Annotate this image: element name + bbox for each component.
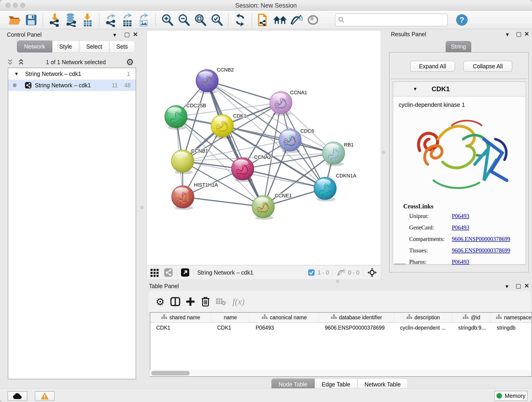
crosslink-link[interactable]: P06493 — [452, 224, 469, 231]
memory-button[interactable]: Memory — [494, 391, 527, 401]
eye-icon[interactable] — [305, 13, 321, 27]
save-session-button[interactable] — [23, 13, 39, 27]
crosslinks-title: CrossLinks — [403, 203, 433, 210]
column-header-namespace[interactable]: namespace — [491, 313, 532, 322]
column-header-@id[interactable]: @id — [452, 313, 491, 322]
network-node-HIST1H1A[interactable]: HIST1H1A — [172, 182, 218, 210]
network-node-CCNE1[interactable]: CCNE1 — [252, 193, 292, 220]
column-header-label: namespace — [504, 314, 531, 321]
refresh-icon[interactable] — [232, 13, 248, 27]
expand-all-button[interactable]: Expand All — [410, 61, 455, 72]
section-scrollbar-thumb[interactable] — [394, 263, 406, 265]
share-document-icon[interactable] — [255, 13, 272, 27]
right-splitter-handle[interactable] — [382, 151, 385, 154]
network-node-CCNB2[interactable]: CCNB2 — [196, 67, 234, 94]
disclosure-triangle-icon[interactable]: ▼ — [14, 71, 19, 77]
delete-column-icon[interactable] — [198, 294, 213, 309]
zoom-out-icon[interactable] — [176, 13, 192, 27]
network-view-canvas[interactable]: CCNB2CCNA1CDC25BCDK1CDC6RB1CCNB1CCNA2CDK… — [147, 31, 381, 265]
table-horizontal-scrollbar[interactable] — [150, 370, 531, 376]
crosslink-link[interactable]: 9606.ENSP00000378699 — [452, 247, 510, 254]
tab-select[interactable]: Select — [79, 41, 109, 52]
warning-icon — [40, 392, 49, 400]
results-panel-close-icon[interactable]: ✕ — [524, 31, 529, 37]
tab-string[interactable]: String — [446, 41, 471, 52]
network-edge[interactable] — [222, 126, 334, 153]
table-panel-float-icon[interactable]: ▢ — [515, 283, 521, 289]
string-results-container: Expand All Collapse All ▼ CDK1 cyclin-de… — [389, 52, 529, 273]
detach-view-icon[interactable] — [181, 268, 190, 277]
export-image-icon[interactable] — [136, 13, 152, 27]
network-edge[interactable] — [183, 197, 263, 207]
network-edge[interactable] — [207, 81, 263, 207]
add-column-icon[interactable] — [183, 294, 198, 309]
table-panel-close-icon[interactable]: ✕ — [524, 283, 529, 289]
string-view-icon[interactable] — [164, 268, 173, 277]
control-panel-collapse-icon[interactable]: ▾ — [113, 32, 116, 38]
table-options-gear-icon[interactable]: ⚙ — [152, 294, 168, 309]
table-scrollbar-thumb[interactable] — [151, 371, 190, 375]
column-header-label: @id — [471, 314, 480, 321]
control-panel-float-icon[interactable]: ▢ — [124, 32, 130, 37]
section-disclosure-triangle-icon[interactable]: ▼ — [413, 86, 418, 92]
import-table-icon[interactable] — [79, 13, 96, 27]
control-panel-close-icon[interactable]: ✕ — [133, 32, 138, 37]
results-panel-float-icon[interactable]: ▢ — [516, 31, 522, 37]
export-network-icon[interactable] — [103, 13, 119, 27]
tab-sets[interactable]: Sets — [109, 41, 135, 52]
column-header-label: canonical name — [270, 314, 307, 321]
edge-count: 48 — [124, 82, 131, 89]
zoom-selected-icon[interactable] — [209, 13, 225, 27]
warnings-button[interactable] — [35, 391, 55, 401]
tab-network[interactable]: Network — [17, 41, 52, 52]
zoom-fit-icon[interactable] — [192, 13, 209, 27]
crosslink-link[interactable]: P06493 — [452, 213, 469, 219]
zoom-in-icon[interactable] — [159, 13, 176, 27]
column-type-icon — [496, 314, 502, 321]
collapse-all-icon[interactable] — [7, 59, 15, 65]
search-input[interactable] — [345, 17, 441, 23]
expand-all-icon[interactable] — [18, 59, 26, 65]
table-panel-collapse-icon[interactable]: ▾ — [505, 283, 508, 289]
help-button[interactable]: ? — [454, 13, 470, 27]
collapse-all-button[interactable]: Collapse All — [463, 61, 512, 72]
column-header-name[interactable]: name — [211, 313, 250, 322]
node-data-table[interactable]: shared namenamecanonical namedatabase id… — [150, 312, 532, 377]
search-box[interactable] — [335, 13, 448, 26]
gene-section: ▼ CDK1 cyclin-dependent kinase 1 — [393, 81, 526, 265]
show-hide-graphics-icon[interactable] — [288, 13, 305, 27]
open-session-button[interactable] — [6, 13, 23, 27]
birds-eye-view-icon[interactable] — [367, 268, 377, 278]
crosslink-link[interactable]: 9606.ENSP00000378699 — [452, 236, 510, 242]
show-columns-icon[interactable] — [168, 294, 183, 309]
column-header-canonical-name[interactable]: canonical name — [250, 313, 319, 322]
tab-style[interactable]: Style — [52, 41, 79, 52]
left-splitter-handle[interactable] — [140, 206, 144, 209]
column-header-description[interactable]: description — [394, 313, 452, 322]
network-node-CDKN1A[interactable]: CDKN1A — [314, 173, 356, 201]
selected-checkbox-icon[interactable] — [308, 269, 315, 276]
hidden-eye-icon — [336, 269, 346, 276]
network-row-selected[interactable]: String Network – cdk1 11 48 — [8, 80, 136, 91]
column-header-database-identifier[interactable]: database identifier — [319, 313, 394, 322]
cloud-button[interactable] — [7, 391, 27, 401]
results-panel-collapse-icon[interactable]: ▾ — [506, 32, 509, 37]
import-network-file-icon[interactable] — [46, 13, 63, 27]
column-header-shared-name[interactable]: shared name — [150, 313, 211, 322]
network-node-CDC6[interactable]: CDC6 — [279, 128, 314, 153]
crosslink-row: Uniprot:P06493 — [409, 213, 519, 219]
network-collection-row[interactable]: ▼ String Network – cdk1 1 — [8, 68, 136, 80]
gene-section-header[interactable]: ▼ CDK1 — [393, 82, 526, 96]
network-edge[interactable] — [207, 81, 281, 103]
network-options-gear-icon[interactable]: ⚙ — [126, 57, 134, 67]
network-node-CCNA1[interactable]: CCNA1 — [270, 89, 307, 116]
network-node-RB1[interactable]: RB1 — [322, 142, 354, 166]
network-node-CDC25B[interactable]: CDC25B — [165, 103, 206, 130]
homes-icon[interactable] — [272, 13, 288, 27]
table-row[interactable]: CDK1CDK1P064939606.ENSP00000378699cyclin… — [150, 323, 532, 333]
crosslink-row: Pharos:P06493 — [409, 259, 519, 265]
grid-view-icon[interactable] — [150, 268, 159, 277]
import-network-database-icon[interactable] — [63, 13, 79, 27]
export-table-icon[interactable] — [119, 13, 136, 27]
crosslink-link[interactable]: P06493 — [452, 259, 469, 265]
